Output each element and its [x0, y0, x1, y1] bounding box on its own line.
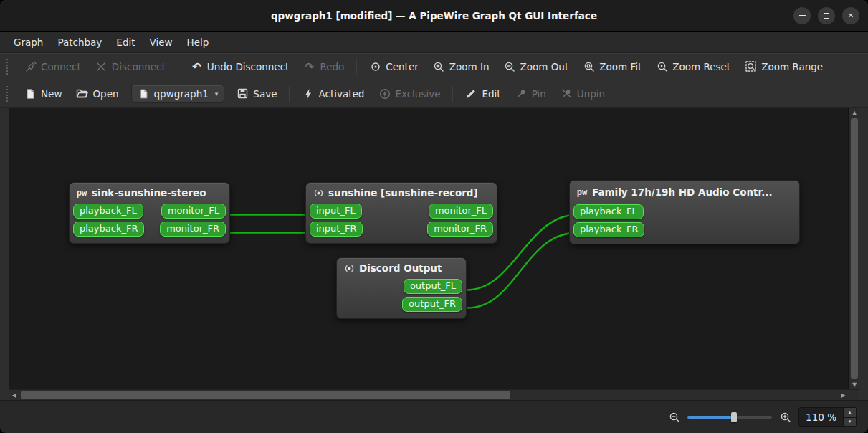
port-input-fr[interactable]: input_FR	[310, 222, 363, 237]
node-header: pw sink-sunshine-stereo	[73, 186, 226, 199]
menu-graph[interactable]: Graph	[7, 34, 49, 50]
window-controls: ✕	[793, 0, 859, 31]
spin-up-icon[interactable]: ▴	[844, 408, 856, 417]
zoom-slider[interactable]	[687, 411, 772, 424]
close-button[interactable]: ✕	[842, 7, 859, 24]
zoom-fit-button[interactable]: Zoom Fit	[576, 57, 648, 77]
port-input-fl[interactable]: input_FL	[310, 204, 362, 219]
open-button[interactable]: Open	[70, 84, 125, 103]
toolbar-separator	[289, 86, 290, 102]
node-sink-sunshine-stereo[interactable]: pw sink-sunshine-stereo playback_FL moni…	[69, 182, 230, 244]
exclusive-label: Exclusive	[395, 88, 440, 100]
edit-pencil-icon	[465, 87, 477, 100]
zoom-in-status-icon[interactable]	[779, 411, 791, 423]
maximize-button[interactable]	[818, 7, 835, 24]
scroll-right-arrow-icon[interactable]: ▶	[838, 390, 849, 400]
zoom-in-button[interactable]: Zoom In	[426, 57, 496, 77]
scroll-up-arrow-icon[interactable]: ▲	[849, 108, 859, 118]
wire-output-fr-to-playback-fr	[467, 233, 577, 308]
titlebar[interactable]: qpwgraph1 [modified] — A PipeWire Graph …	[0, 0, 868, 32]
zoom-out-status-icon[interactable]	[668, 411, 680, 423]
new-label: New	[41, 88, 62, 100]
port-monitor-fl[interactable]: monitor_FL	[161, 204, 226, 219]
zoom-slider-handle[interactable]	[731, 412, 737, 422]
app-record-icon	[313, 188, 324, 199]
zoom-in-label: Zoom In	[449, 61, 490, 72]
statusbar: 110 % ▴ ▾	[0, 400, 868, 433]
port-monitor-fl[interactable]: monitor_FL	[429, 204, 493, 219]
minimize-button[interactable]	[793, 7, 811, 24]
center-button[interactable]: Center	[363, 57, 424, 77]
spin-down-icon[interactable]: ▾	[844, 417, 856, 427]
menu-help[interactable]: Help	[181, 34, 216, 50]
node-header: Discord Output	[340, 262, 462, 275]
port-playback-fr[interactable]: playback_FR	[73, 222, 144, 237]
pipewire-icon: pw	[76, 188, 87, 198]
node-title: Family 17h/19h HD Audio Contr...	[592, 186, 773, 198]
zoom-reset-icon	[656, 61, 668, 73]
zoom-range-icon	[745, 61, 757, 73]
port-output-fl[interactable]: output_FL	[404, 279, 462, 294]
new-button[interactable]: New	[18, 84, 68, 103]
unpin-label: Unpin	[577, 88, 605, 100]
scroll-left-arrow-icon[interactable]: ◀	[9, 390, 19, 400]
node-sunshine-record[interactable]: sunshine [sunshine-record] input_FL moni…	[305, 182, 497, 244]
menu-view[interactable]: View	[143, 34, 179, 50]
zoom-fit-label: Zoom Fit	[599, 61, 642, 72]
pin-button[interactable]: Pin	[509, 84, 553, 103]
center-label: Center	[386, 61, 418, 72]
disconnect-button[interactable]: Disconnect	[89, 57, 172, 77]
graph-file-selector[interactable]: qpwgraph1 ▾	[131, 85, 225, 103]
edit-label: Edit	[482, 88, 500, 100]
horizontal-scroll-thumb[interactable]	[21, 391, 510, 399]
file-toolbar: New Open qpwgraph1 ▾ Save Ac	[0, 80, 868, 108]
scroll-down-arrow-icon[interactable]: ▼	[849, 379, 859, 389]
horizontal-scrollbar[interactable]: ◀ ▶	[9, 389, 859, 400]
zoom-slider-track[interactable]	[687, 416, 772, 419]
toolbar-drag-handle[interactable]	[6, 86, 11, 102]
port-output-fr[interactable]: output_FR	[402, 297, 462, 312]
port-playback-fr[interactable]: playback_FR	[573, 222, 644, 237]
save-icon	[237, 87, 249, 100]
zoom-out-button[interactable]: Zoom Out	[497, 57, 576, 77]
port-monitor-fr[interactable]: monitor_FR	[427, 222, 493, 237]
port-monitor-fr[interactable]: monitor_FR	[160, 222, 226, 237]
edit-button[interactable]: Edit	[459, 84, 507, 103]
port-playback-fl[interactable]: playback_FL	[573, 204, 644, 219]
zoom-out-icon	[504, 61, 516, 73]
horizontal-scroll-track[interactable]	[19, 390, 838, 400]
node-family-hd-audio[interactable]: pw Family 17h/19h HD Audio Contr... play…	[569, 180, 800, 244]
graph-file-icon	[138, 87, 150, 100]
vertical-scrollbar[interactable]: ▲ ▼	[849, 108, 859, 389]
graph-file-value: qpwgraph1	[154, 88, 209, 100]
menu-patchbay[interactable]: Patchbay	[51, 34, 108, 50]
vertical-scroll-thumb[interactable]	[851, 118, 858, 379]
redo-button[interactable]: ↷ Redo	[297, 57, 350, 77]
node-discord-output[interactable]: Discord Output output_FL output_FR	[336, 257, 467, 319]
exclusive-button[interactable]: Exclusive	[372, 84, 447, 103]
port-playback-fl[interactable]: playback_FL	[73, 204, 143, 219]
zoom-reset-label: Zoom Reset	[672, 61, 730, 72]
zoom-range-button[interactable]: Zoom Range	[738, 57, 829, 77]
activated-button[interactable]: Activated	[295, 84, 371, 103]
vertical-scroll-track[interactable]	[849, 118, 859, 379]
graph-canvas[interactable]: pw sink-sunshine-stereo playback_FL moni…	[9, 108, 849, 389]
toolbar-drag-handle[interactable]	[6, 59, 11, 75]
pin-icon	[515, 87, 528, 100]
node-title: sunshine [sunshine-record]	[328, 187, 478, 199]
app-record-icon	[343, 263, 355, 274]
connect-button[interactable]: Connect	[18, 57, 87, 77]
open-folder-icon	[76, 87, 88, 100]
zoom-reset-button[interactable]: Zoom Reset	[649, 57, 737, 77]
content-area: pw sink-sunshine-stereo playback_FL moni…	[0, 108, 868, 400]
zoom-range-label: Zoom Range	[761, 61, 823, 72]
unpin-button[interactable]: Unpin	[554, 84, 611, 103]
save-button[interactable]: Save	[230, 84, 283, 103]
activated-label: Activated	[318, 88, 364, 100]
zoom-percent-spinbox[interactable]: 110 % ▴ ▾	[798, 407, 857, 427]
close-icon: ✕	[848, 11, 854, 19]
undo-disconnect-button[interactable]: ↶ Undo Disconnect	[184, 57, 296, 77]
connect-label: Connect	[41, 61, 81, 72]
menu-edit[interactable]: Edit	[110, 34, 141, 50]
new-file-icon	[24, 87, 37, 100]
